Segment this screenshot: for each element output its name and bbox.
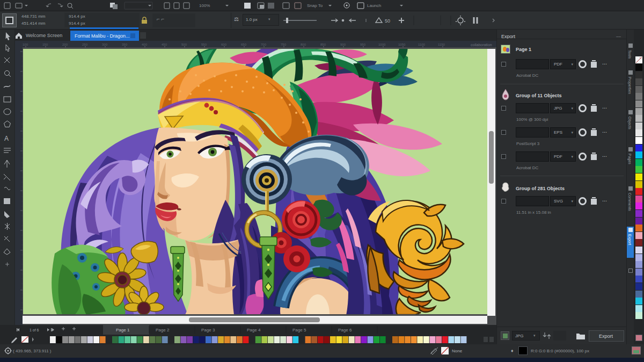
svg-text:1150: 1150 (438, 43, 445, 46)
svg-text:400: 400 (142, 43, 148, 46)
svg-text:850: 850 (320, 43, 326, 46)
svg-text:500: 500 (181, 43, 187, 46)
svg-text:250: 250 (82, 43, 88, 46)
svg-text:1000: 1000 (378, 43, 386, 46)
svg-text:800: 800 (301, 43, 306, 46)
svg-text:Page 1: Page 1 (116, 328, 130, 332)
svg-text:1100: 1100 (418, 43, 426, 46)
svg-text:Page 6: Page 6 (338, 328, 352, 332)
svg-text:700: 700 (261, 43, 267, 46)
svg-text:350: 350 (122, 43, 128, 46)
svg-text:100: 100 (23, 43, 28, 46)
svg-text:600: 600 (221, 43, 227, 46)
svg-text:200: 200 (62, 43, 68, 46)
svg-text:collaboration: collaboration (471, 43, 492, 47)
svg-text:Page 4: Page 4 (247, 328, 261, 332)
svg-text:150: 150 (42, 43, 48, 46)
svg-text:450: 450 (162, 43, 167, 46)
svg-text:A: A (4, 135, 9, 142)
svg-text:1050: 1050 (398, 43, 406, 46)
svg-text:Page 5: Page 5 (292, 328, 306, 332)
svg-text:Page 3: Page 3 (201, 328, 215, 332)
svg-text:900: 900 (340, 43, 346, 46)
svg-text:650: 650 (241, 43, 247, 46)
svg-text:1 of 6: 1 of 6 (30, 328, 39, 332)
svg-text:550: 550 (201, 43, 207, 46)
svg-text:50: 50 (385, 18, 390, 24)
svg-text:300: 300 (102, 43, 108, 46)
svg-text:Page 2: Page 2 (156, 328, 170, 332)
svg-text:950: 950 (360, 43, 366, 46)
svg-text:750: 750 (281, 43, 287, 46)
